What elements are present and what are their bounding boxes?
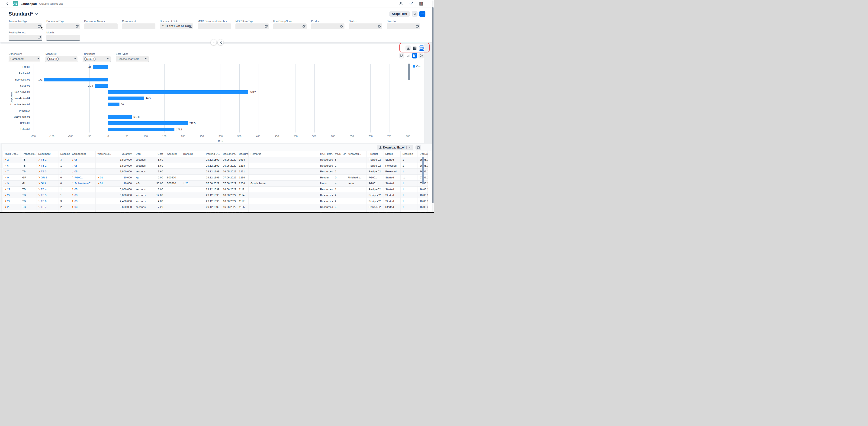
chart-toggle-icon[interactable] — [412, 11, 417, 17]
table-link[interactable]: 22 — [5, 206, 10, 208]
filter-input-status[interactable] — [349, 24, 382, 29]
back-icon[interactable] — [5, 2, 9, 6]
token-remove-icon[interactable]: × — [56, 58, 57, 60]
table-link[interactable]: 22 — [5, 188, 10, 191]
table-link[interactable]: 01 — [97, 182, 103, 185]
filter-input-document-number[interactable] — [84, 24, 118, 29]
variant-dropdown-icon[interactable] — [35, 13, 38, 15]
table-link[interactable]: 22 — [5, 194, 10, 196]
table-link[interactable]: 05 — [72, 170, 78, 173]
token-remove-icon[interactable]: × — [93, 58, 94, 60]
table-row[interactable]: 22TBTB 63032,400.000seconds4.8029.12.189… — [3, 198, 428, 204]
value-help-icon[interactable] — [265, 25, 268, 28]
column-header-account[interactable]: Account — [165, 151, 181, 157]
table-row[interactable]: 22TBTB 72033,600.000seconds7.2029.12.189… — [3, 204, 428, 210]
column-header-warehous[interactable]: Warehous... — [96, 151, 111, 157]
table-link[interactable]: 05 — [72, 212, 78, 213]
column-header-status[interactable]: Status — [383, 151, 401, 157]
column-header-docline[interactable]: DocLine — [58, 151, 70, 157]
filter-input-postingperiod[interactable] — [8, 35, 42, 40]
filter-input-direction[interactable] — [387, 24, 420, 29]
table-link[interactable]: TB 7 — [38, 206, 46, 208]
column-header-mor-doc[interactable]: MOR Doc... — [3, 151, 21, 157]
table-link[interactable]: TB 3 — [38, 170, 46, 173]
column-header-direction[interactable]: Direction — [401, 151, 418, 157]
column-header-remarks[interactable]: Remarks — [249, 151, 318, 157]
chart-bar[interactable] — [95, 84, 108, 88]
table-link[interactable]: 22 — [5, 200, 10, 203]
measure-token[interactable]: Cost× — [47, 57, 59, 61]
table-row[interactable]: 9GIGI 90Active-Item-010110.000KG30.00500… — [3, 181, 428, 187]
measure-select[interactable]: Cost× — [45, 56, 78, 62]
pin-filter-icon[interactable] — [218, 39, 223, 45]
table-link[interactable]: 23 — [5, 212, 10, 213]
download-excel-button[interactable]: Download Excel | — [377, 145, 413, 150]
table-link[interactable]: TB 6 — [38, 200, 46, 203]
column-header-posting-d[interactable]: Posting D... — [204, 151, 221, 157]
table-view-icon[interactable] — [412, 45, 417, 51]
table-link[interactable]: TB 2 — [38, 164, 46, 167]
value-help-icon[interactable] — [303, 25, 306, 28]
table-row[interactable]: 6TBTB 21051,800.000seconds3.6029.12.1899… — [3, 163, 428, 169]
table-row[interactable]: 22TBTB 41053,000.000seconds6.0029.12.189… — [3, 186, 428, 192]
table-settings-icon[interactable] — [415, 145, 421, 150]
table-link[interactable]: TB 1 — [38, 158, 46, 161]
horizontal-bar-chart-icon[interactable] — [412, 53, 417, 58]
table-scrollbar[interactable] — [422, 157, 424, 184]
table-row[interactable]: 9GRGR 50FG00101-10.000kg0.0050050029.12.… — [3, 175, 428, 181]
table-link[interactable]: 9 — [5, 182, 8, 185]
filter-input-transactiontype[interactable] — [8, 24, 42, 29]
filter-input-mor-item-type[interactable] — [236, 24, 269, 29]
table-link[interactable]: FG001 — [72, 176, 83, 179]
table-link[interactable]: GI 9 — [38, 182, 46, 185]
sort-select[interactable]: Choose chart sort — [116, 56, 149, 62]
table-link[interactable]: 7 — [5, 170, 8, 173]
table-link[interactable]: 05 — [72, 188, 78, 191]
column-header-product[interactable]: Product — [367, 151, 383, 157]
functions-select[interactable]: Sum× — [83, 56, 111, 62]
page-scrollbar[interactable] — [432, 0, 434, 212]
value-help-icon[interactable] — [38, 25, 41, 28]
calendar-icon[interactable] — [189, 25, 192, 28]
chart-bar[interactable] — [108, 102, 119, 106]
value-help-icon[interactable] — [340, 25, 343, 28]
column-header-docdat[interactable]: DocDat... — [418, 151, 428, 157]
filter-input-document-date[interactable]: 31.12.2021 - 01.01.2023 — [160, 24, 193, 29]
table-link[interactable]: 28 — [183, 182, 188, 185]
column-header-document[interactable]: Document... — [221, 151, 237, 157]
chart-bar[interactable] — [108, 115, 132, 119]
column-chart-icon[interactable] — [405, 53, 411, 58]
value-help-icon[interactable] — [378, 25, 381, 28]
column-header-transactio[interactable]: Transactio... — [21, 151, 36, 157]
go-filter-button[interactable] — [419, 11, 426, 17]
chart-scrollbar[interactable] — [408, 64, 410, 80]
table-row[interactable]: 22TBTB 51033,600.000seconds12.0029.12.18… — [3, 192, 428, 199]
table-link[interactable]: TB 5 — [38, 194, 46, 196]
column-header-mor-lin[interactable]: MOR_Lin... — [333, 151, 346, 157]
line-chart-icon[interactable] — [399, 53, 404, 58]
column-header-cost[interactable]: Cost — [148, 151, 165, 157]
table-link[interactable]: TB 4 — [38, 188, 46, 191]
variant-title[interactable]: Standard* — [8, 11, 33, 17]
column-header-document[interactable]: Document — [36, 151, 58, 157]
filter-input-itemgroupname[interactable] — [273, 24, 307, 29]
table-link[interactable]: 01 — [97, 176, 103, 179]
dimension-select[interactable]: Component — [8, 56, 40, 62]
column-header-component[interactable]: Component — [70, 151, 96, 157]
table-link[interactable]: 05 — [72, 158, 78, 161]
column-header-trans-id[interactable]: Trans ID — [181, 151, 204, 157]
column-header-mor-item[interactable]: MOR Item... — [318, 151, 333, 157]
analytics-icon[interactable] — [409, 2, 413, 6]
value-help-icon[interactable] — [75, 25, 79, 28]
table-row[interactable]: 7TBTB 31051,800.000seconds3.6029.12.1899… — [3, 169, 428, 175]
table-link[interactable]: Active-Item-01 — [72, 182, 92, 185]
donut-chart-icon[interactable] — [418, 53, 424, 58]
chart-bar[interactable] — [108, 90, 248, 94]
collapse-filter-icon[interactable] — [211, 39, 216, 45]
table-link[interactable]: 03 — [72, 206, 78, 208]
column-header-doctime[interactable]: DocTime — [237, 151, 249, 157]
table-link[interactable]: TB 8 — [38, 212, 46, 213]
table-link[interactable]: 2 — [5, 158, 8, 161]
filter-input-month[interactable] — [46, 35, 80, 40]
table-link[interactable]: 03 — [72, 200, 78, 203]
